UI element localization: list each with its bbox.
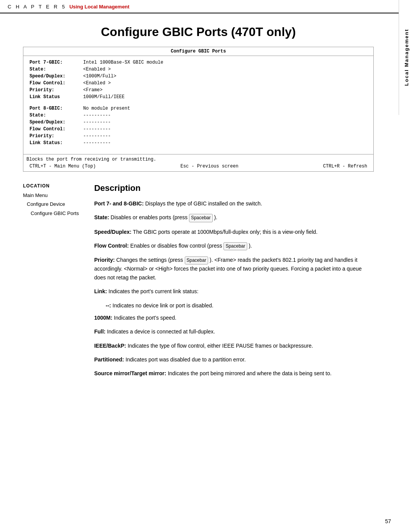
para-1000m: 1000M: Indicates the port's speed. [94,314,374,322]
port8-section: Port 8-GBIC: No module present State: --… [30,105,367,146]
sub-dash-bold: --: [106,302,111,309]
shortcut-main: CTRL+T - Main Menu (Top) [30,164,96,169]
port8-state-row: State: ---------- [30,112,367,119]
port7-state-row: State: <Enabled > [30,66,367,73]
shortcut-refresh: CTRL+R - Refresh [323,164,367,169]
chapter-title: Using Local Management [69,4,130,10]
para-flow-bold: Flow Control: [94,243,129,249]
para-state-text2: ). [214,214,217,220]
page-header: C H A P T E R 5 Using Local Management [0,0,414,13]
para-link-text: Indicates the port's current link status… [108,288,199,294]
para-link: Link: Indicates the port's current link … [94,287,374,296]
port8-flow-value: ---------- [83,126,111,133]
port7-speed-label: Speed/Duplex: [30,73,83,80]
para-source-mirror: Source mirror/Target mirror: Indicates t… [94,369,374,378]
para-full-bold: Full: [94,328,106,335]
description-content: Description Port 7- and 8-GBIC: Displays… [94,183,374,383]
para-full-text: Indicates a device is connected at full-… [107,328,215,335]
para-priority-text1: Changes the settings (press [116,257,184,263]
port7-label: Port 7-GBIC: [30,59,83,66]
terminal-header: Configure GBIC Ports [23,47,373,56]
port7-link-label: Link Status [30,94,83,100]
sidebar-label: Local Management [399,0,414,115]
para-1000m-bold: 1000M: [94,315,112,321]
para-source-mirror-text: Indicates the port being mirrored and wh… [168,370,332,376]
port7-flow-label: Flow Control: [30,80,83,87]
para-port-gbic-text: Displays the type of GBIC installed on t… [145,200,262,207]
description-section: LOCATION Main Menu Configure Device Conf… [23,183,374,383]
port7-speed-value: <1000M/Full> [83,73,116,80]
spacebar-kbd-2: Spacebar [223,242,247,250]
terminal-footer: Blocks the port from receiving or transm… [23,154,373,171]
port8-state-value: ---------- [83,112,111,119]
port8-priority-row: Priority: ---------- [30,133,367,140]
location-main-menu: Main Menu [23,191,79,200]
para-1000m-text: Indicates the port's speed. [114,315,176,321]
terminal-body: Port 7-GBIC: Intel 1000Base-SX GBIC modu… [23,56,373,154]
port7-flow-value: <Enabled > [83,80,111,87]
para-speed-text: The GBIC ports operate at 1000Mbps/full-… [133,229,318,235]
main-content: Configure GBIC Ports (470T only) Configu… [0,13,397,399]
port8-priority-value: ---------- [83,133,111,140]
location-configure-gbic: Configure GBIC Ports [23,209,79,218]
description-title: Description [94,183,374,193]
port7-priority-value: <Frame> [83,87,102,94]
help-text: Blocks the port from receiving or transm… [26,156,370,163]
para-source-mirror-bold: Source mirror/Target mirror: [94,370,166,376]
para-flow-control: Flow Control: Enables or disables flow c… [94,241,374,250]
location-configure-device: Configure Device [23,200,79,209]
port8-row: Port 8-GBIC: No module present [30,105,367,112]
port8-link-label: Link Status: [30,140,83,146]
sub-item-dash: --: Indicates no device link or port is … [106,301,374,310]
para-flow-text2: ). [249,243,252,249]
port8-priority-label: Priority: [30,133,83,140]
para-state-bold: State: [94,214,109,220]
port7-link-row: Link Status 1000M/Full/IEEE [30,94,367,100]
port8-label: Port 8-GBIC: [30,105,83,112]
para-full: Full: Indicates a device is connected at… [94,327,374,336]
port8-flow-label: Flow Control: [30,126,83,133]
para-state: State: Disables or enables ports (press … [94,213,374,222]
para-link-bold: Link: [94,288,107,294]
port7-state-label: State: [30,66,83,73]
spacebar-kbd-3: Spacebar [185,256,208,264]
port7-state-value: <Enabled > [83,66,111,73]
port7-value: Intel 1000Base-SX GBIC module [83,59,163,66]
port8-link-value: ---------- [83,140,111,146]
port7-row: Port 7-GBIC: Intel 1000Base-SX GBIC modu… [30,59,367,66]
para-priority: Priority: Changes the settings (press Sp… [94,256,374,282]
spacebar-kbd-1: Spacebar [189,214,212,222]
port8-state-label: State: [30,112,83,119]
para-ieee-bold: IEEE/BackP: [94,343,126,349]
page-number: 57 [385,518,391,524]
location-label: LOCATION [23,183,79,189]
port8-speed-row: Speed/Duplex: ---------- [30,119,367,126]
para-port-gbic-bold: Port 7- and 8-GBIC: [94,200,144,207]
port8-value: No module present [83,105,130,112]
sub-dash-text: Indicates no device link or port is disa… [113,302,214,309]
para-flow-text: Enables or disables flow control (press [130,243,224,249]
para-port-gbic: Port 7- and 8-GBIC: Displays the type of… [94,199,374,208]
chapter-num: 5 [62,4,66,10]
port7-speed-row: Speed/Duplex: <1000M/Full> [30,73,367,80]
page-title: Configure GBIC Ports (470T only) [23,25,374,39]
port7-flow-row: Flow Control: <Enabled > [30,80,367,87]
port8-link-row: Link Status: ---------- [30,140,367,146]
chapter-label: C H A P T E R [8,4,59,10]
terminal-box: Configure GBIC Ports Port 7-GBIC: Intel … [23,47,374,172]
location-box: LOCATION Main Menu Configure Device Conf… [23,183,79,383]
terminal-shortcuts: CTRL+T - Main Menu (Top) Esc - Previous … [26,163,370,170]
port7-priority-label: Priority: [30,87,83,94]
para-partitioned-text: Indicates port was disabled due to a par… [125,356,246,363]
para-speed-duplex: Speed/Duplex: The GBIC ports operate at … [94,228,374,236]
port7-priority-row: Priority: <Frame> [30,87,367,94]
port8-flow-row: Flow Control: ---------- [30,126,367,133]
port7-section: Port 7-GBIC: Intel 1000Base-SX GBIC modu… [30,59,367,100]
port7-link-value: 1000M/Full/IEEE [83,94,125,100]
para-speed-bold: Speed/Duplex: [94,229,131,235]
port8-speed-label: Speed/Duplex: [30,119,83,126]
para-state-text: Disables or enables ports (press [111,214,189,220]
para-priority-bold: Priority: [94,257,115,263]
shortcut-prev: Esc - Previous screen [181,164,238,169]
para-partitioned-bold: Partitioned: [94,356,124,363]
